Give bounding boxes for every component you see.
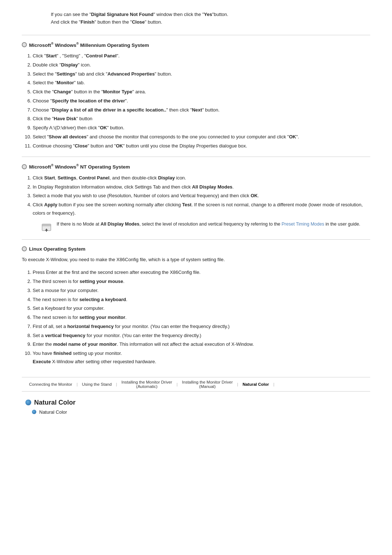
- nav-item-installing-auto[interactable]: Installing the Monitor Driver(Automatic): [118, 380, 176, 389]
- list-item: Click "Start" , "Setting" , "Control Pan…: [33, 52, 370, 60]
- section-nt-title: Microsoft® Windows® NT Operating System: [22, 163, 370, 170]
- page-container: If you can see the "Digital Signature No…: [0, 0, 392, 429]
- list-item: Click Start, Settings, Control Panel, an…: [33, 174, 370, 182]
- natural-color-title-text: Natural Color: [34, 399, 75, 406]
- nav-sep-2: |: [115, 382, 118, 386]
- list-item: Select the "Monitor" tab.: [33, 79, 370, 87]
- nav-sep-5: |: [273, 382, 275, 386]
- millennium-steps: Click "Start" , "Setting" , "Control Pan…: [22, 52, 370, 150]
- nt-steps: Click Start, Settings, Control Panel, an…: [22, 174, 370, 233]
- nav-item-installing-manual[interactable]: Installing the Monitor Driver(Manual): [178, 380, 236, 389]
- list-item: Press Enter at the first and the second …: [33, 268, 370, 277]
- list-item: Select a mode that you wish to use (Reso…: [33, 192, 370, 200]
- big-bullet-icon: [25, 400, 31, 405]
- natural-color-title: Natural Color: [25, 399, 370, 406]
- bottom-nav: Connecting the Monitor | Using the Stand…: [22, 377, 370, 392]
- section-linux-title: Linux Operating System: [22, 246, 370, 252]
- divider-2: [22, 157, 370, 157]
- linux-steps: Press Enter at the first and the second …: [22, 268, 370, 366]
- list-item: The next screen is for selecting a keybo…: [33, 296, 370, 304]
- section-millennium-title: Microsoft® Windows® Millennium Operating…: [22, 42, 370, 48]
- section-linux: Linux Operating System To execute X-Wind…: [22, 246, 370, 366]
- nav-item-stand[interactable]: Using the Stand: [78, 382, 115, 386]
- bullet-icon-millennium: [22, 42, 27, 47]
- list-item: Select "Show all devices" and choose the…: [33, 133, 370, 141]
- bullet-icon-linux: [22, 246, 27, 251]
- nav-item-natural-color[interactable]: Natural Color: [239, 382, 273, 386]
- note-box-nt: If there is no Mode at All Display Modes…: [41, 220, 370, 233]
- list-item: Set a vertical frequency for your monito…: [33, 332, 370, 340]
- nav-sep-1: |: [76, 382, 78, 386]
- list-item: Select the "Settings" tab and click "Adv…: [33, 70, 370, 78]
- list-item: Click the "Change" button in the "Monito…: [33, 88, 370, 96]
- list-item: Click Apply button if you see the screen…: [33, 201, 370, 233]
- small-bullet-icon: [32, 410, 36, 414]
- list-item: Double click "Display" icon.: [33, 61, 370, 69]
- list-item: The third screen is for setting your mou…: [33, 278, 370, 286]
- list-item: Choose "Display a list of all the driver…: [33, 106, 370, 114]
- divider-1: [22, 35, 370, 35]
- note-icon: [41, 221, 53, 233]
- nav-sep-4: |: [236, 382, 239, 386]
- list-item: Specify A:\(D:\driver) then click "OK" b…: [33, 124, 370, 132]
- list-item: Enter the model name of your monitor. Th…: [33, 340, 370, 349]
- section-millennium: Microsoft® Windows® Millennium Operating…: [22, 42, 370, 150]
- list-item: The next screen is for setting your moni…: [33, 313, 370, 322]
- linux-intro: To execute X-Window, you need to make th…: [22, 256, 370, 264]
- linux-title-text: Linux Operating System: [29, 246, 85, 252]
- intro-text: If you can see the "Digital Signature No…: [22, 11, 370, 26]
- nav-sep-3: |: [176, 382, 178, 386]
- natural-color-sub: Natural Color: [25, 409, 370, 415]
- nav-item-connecting[interactable]: Connecting the Monitor: [25, 382, 76, 386]
- note-text-nt: If there is no Mode at All Display Modes…: [57, 220, 360, 228]
- natural-color-section: Natural Color Natural Color: [22, 399, 370, 415]
- divider-3: [22, 239, 370, 240]
- section-nt: Microsoft® Windows® NT Operating System …: [22, 163, 370, 232]
- svg-rect-3: [46, 230, 47, 232]
- list-item: First of all, set a horizontal frequency…: [33, 323, 370, 331]
- list-item: Continue choosing "Close" button and "OK…: [33, 142, 370, 150]
- svg-rect-1: [42, 224, 51, 226]
- bullet-icon-nt: [22, 164, 27, 169]
- list-item: Set a mouse for your computer.: [33, 287, 370, 295]
- preset-timing-link[interactable]: Preset Timing Modes: [282, 222, 324, 227]
- list-item: You have finished setting up your monito…: [33, 349, 370, 366]
- list-item: Click the "Have Disk" button: [33, 115, 370, 123]
- list-item: Choose "Specify the location of the driv…: [33, 97, 370, 105]
- list-item: Set a Keyboard for your computer.: [33, 304, 370, 313]
- list-item: In Display Registration Information wind…: [33, 183, 370, 191]
- natural-color-sub-text: Natural Color: [39, 409, 67, 415]
